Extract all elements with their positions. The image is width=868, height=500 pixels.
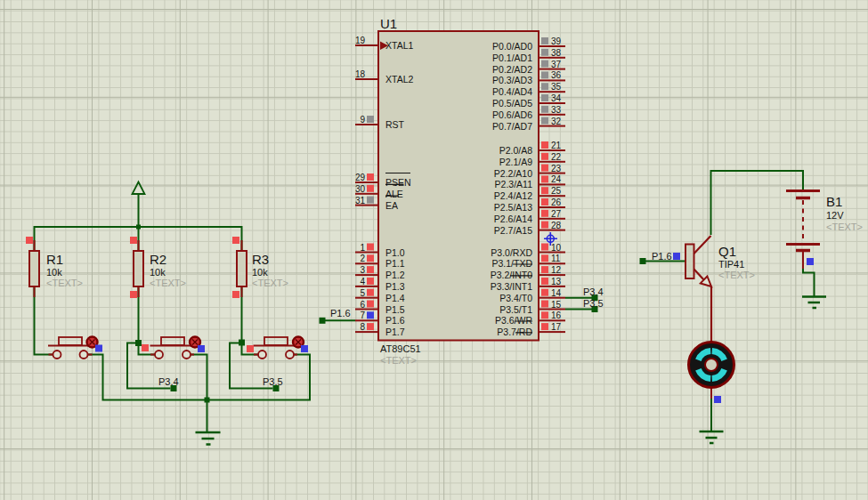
transistor-base-bar[interactable]	[685, 245, 694, 279]
svg-text:P2.7/A15: P2.7/A15	[494, 225, 532, 236]
net-terminal[interactable]	[640, 258, 646, 264]
svg-text:38: 38	[551, 48, 562, 58]
svg-text:32: 32	[551, 117, 562, 126]
junction-dot	[135, 340, 142, 346]
svg-text:P0.6/AD6: P0.6/AD6	[492, 109, 532, 120]
resistor-ref: R2	[150, 252, 166, 267]
transistor-ref: Q1	[718, 244, 736, 259]
state-indicator-low	[301, 345, 308, 352]
svg-text:ALE: ALE	[385, 189, 403, 199]
svg-text:P1.0: P1.0	[385, 247, 405, 258]
button-actuator[interactable]	[264, 337, 288, 345]
svg-text:23: 23	[551, 164, 562, 173]
ground-icon	[700, 431, 724, 443]
svg-text:37: 37	[551, 60, 562, 69]
svg-text:33: 33	[551, 105, 562, 115]
motor-shaft	[705, 359, 718, 371]
svg-text:39: 39	[551, 36, 562, 46]
svg-text:P3.5/T1: P3.5/T1	[499, 304, 532, 315]
push-button-2[interactable]	[150, 337, 201, 359]
transistor-part: TIP41	[718, 259, 744, 270]
state-indicator-low	[198, 345, 205, 352]
svg-text:2: 2	[360, 254, 365, 263]
svg-text:P1.2: P1.2	[385, 270, 405, 280]
svg-text:P2.1/A9: P2.1/A9	[499, 157, 533, 167]
net-label-p16-q1[interactable]: P1.6	[652, 251, 672, 262]
svg-text:16: 16	[551, 310, 562, 320]
svg-text:14: 14	[551, 288, 562, 298]
ground-left[interactable]	[196, 432, 221, 445]
ic-u1[interactable]: U1 AT89C51 <TEXT> 19XTAL1 18XTAL2 9RST 2…	[355, 16, 565, 366]
net-label-p34-ic[interactable]: P3.4	[583, 286, 604, 297]
svg-text:XTAL2: XTAL2	[385, 74, 413, 85]
svg-text:22: 22	[551, 152, 562, 162]
resistor-placeholder: <TEXT>	[252, 278, 288, 288]
resistor-ref: R3	[252, 252, 269, 267]
svg-text:P0.7/AD7: P0.7/AD7	[492, 121, 532, 132]
junction-dot	[136, 225, 141, 230]
svg-text:P0.2/AD2: P0.2/AD2	[492, 64, 532, 75]
resistor-body[interactable]	[29, 251, 39, 286]
svg-text:P0.4/AD4: P0.4/AD4	[492, 86, 532, 97]
svg-text:6: 6	[360, 300, 365, 310]
wire-btn2-gnd[interactable]	[191, 355, 207, 432]
resistor-body[interactable]	[237, 251, 247, 286]
ground-battery[interactable]	[802, 297, 826, 309]
svg-text:P3.0/RXD: P3.0/RXD	[491, 247, 532, 258]
button-actuator[interactable]	[59, 337, 82, 345]
svg-text:P3.2/INT0: P3.2/INT0	[491, 270, 532, 280]
svg-text:P0.5/AD5: P0.5/AD5	[492, 98, 532, 109]
ic-placeholder: <TEXT>	[380, 355, 417, 366]
net-label-p16-ic[interactable]: P1.6	[330, 308, 351, 319]
button-actuator[interactable]	[161, 337, 184, 345]
svg-text:5: 5	[360, 288, 365, 298]
svg-text:25: 25	[551, 186, 562, 196]
svg-text:P0.0/AD0: P0.0/AD0	[492, 41, 532, 52]
motor[interactable]	[689, 343, 734, 399]
push-button-3[interactable]	[254, 337, 304, 359]
net-terminal[interactable]	[320, 318, 326, 324]
push-button-1[interactable]	[48, 337, 98, 359]
net-label-p34-bottom[interactable]: P3.4	[158, 376, 179, 387]
svg-text:P3.3/INT1: P3.3/INT1	[491, 281, 532, 292]
svg-text:13: 13	[551, 277, 562, 286]
resistor-value: 10k	[150, 267, 166, 278]
svg-text:PSEN: PSEN	[385, 177, 411, 188]
resistor-r2[interactable]: R2 10k <TEXT>	[134, 240, 186, 297]
transistor-q1[interactable]: Q1 TIP41 <TEXT>	[685, 236, 755, 343]
ground-icon	[196, 432, 221, 445]
wire-r1-btn1[interactable]	[35, 286, 53, 355]
ground-icon	[802, 297, 826, 309]
state-indicator-high	[142, 344, 149, 351]
resistor-r3[interactable]: R3 10k <TEXT>	[237, 240, 288, 297]
svg-text:XTAL1: XTAL1	[385, 40, 413, 51]
wire-collector-battery[interactable]	[711, 171, 804, 235]
resistor-r1[interactable]: R1 10k <TEXT>	[29, 240, 83, 297]
battery-value: 12V	[826, 210, 844, 221]
power-terminal[interactable]	[133, 182, 145, 195]
svg-text:28: 28	[551, 221, 562, 230]
svg-text:P1.3: P1.3	[385, 281, 405, 292]
svg-text:29: 29	[355, 173, 366, 182]
svg-text:26: 26	[551, 198, 562, 207]
resistor-body[interactable]	[134, 251, 143, 286]
svg-text:15: 15	[551, 300, 562, 310]
state-indicator-low	[673, 253, 680, 260]
svg-text:P1.4: P1.4	[385, 293, 405, 303]
svg-text:24: 24	[551, 174, 562, 184]
wire-battery-gnd[interactable]	[803, 268, 815, 297]
battery-b1[interactable]: B1 12V <TEXT>	[786, 191, 863, 270]
svg-text:1: 1	[360, 243, 365, 253]
state-indicator-high	[232, 237, 239, 244]
net-label-p35-bottom[interactable]: P3.5	[263, 376, 283, 387]
svg-text:11: 11	[551, 254, 561, 263]
resistor-value: 10k	[46, 267, 62, 278]
ground-motor[interactable]	[700, 431, 724, 443]
state-indicator-low	[95, 345, 102, 352]
svg-text:12: 12	[551, 265, 562, 275]
resistor-placeholder: <TEXT>	[46, 278, 83, 288]
net-label-p35-ic[interactable]: P3.5	[583, 298, 604, 309]
resistor-value: 10k	[252, 267, 268, 278]
schematic-canvas[interactable]: R1 10k <TEXT> R2 10k <TEXT> R3 10k <TEXT…	[0, 0, 868, 500]
junction-dot	[205, 398, 210, 403]
